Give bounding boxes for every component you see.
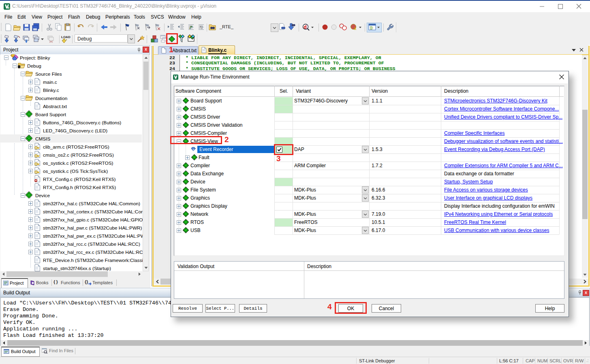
svg-text:*/: */	[200, 25, 203, 30]
svg-text:x: x	[354, 26, 357, 31]
svg-text:5: 5	[8, 6, 9, 9]
svg-text:/*: /*	[190, 25, 193, 30]
svg-text:LOAD: LOAD	[61, 35, 71, 39]
svg-text:d: d	[304, 24, 307, 30]
